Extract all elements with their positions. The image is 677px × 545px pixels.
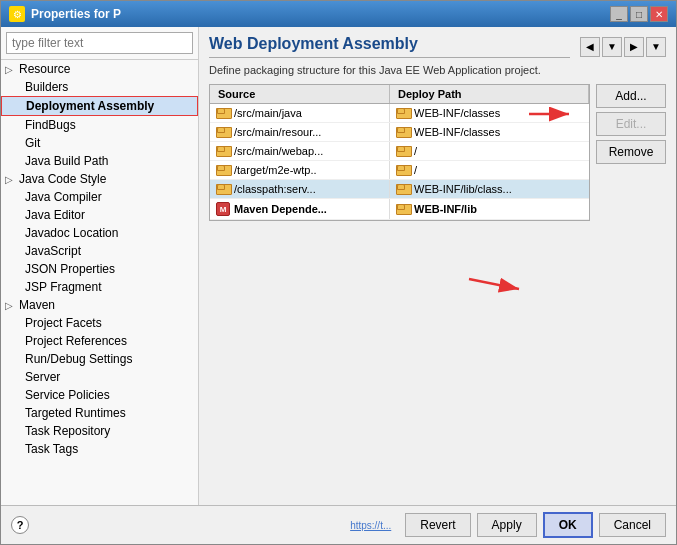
table-row[interactable]: /src/main/java WEB-INF/classes bbox=[210, 104, 589, 123]
sidebar: ▷ Resource Builders Deployment Assembly … bbox=[1, 27, 199, 505]
filter-input[interactable] bbox=[6, 32, 193, 54]
sidebar-item-deployment-assembly[interactable]: Deployment Assembly bbox=[1, 96, 198, 116]
ok-button[interactable]: OK bbox=[543, 512, 593, 538]
sidebar-item-label: Java Code Style bbox=[19, 172, 106, 186]
sidebar-item-java-code-style[interactable]: ▷ Java Code Style bbox=[1, 170, 198, 188]
folder-icon bbox=[396, 184, 410, 195]
expand-arrow: ▷ bbox=[5, 174, 13, 185]
folder-icon bbox=[396, 108, 410, 119]
table-row[interactable]: /src/main/webap... / bbox=[210, 142, 589, 161]
svg-line-2 bbox=[469, 279, 519, 289]
deploy-value: WEB-INF/lib/class... bbox=[414, 183, 512, 195]
bottom-bar: ? https://t... Revert Apply OK Cancel bbox=[1, 505, 676, 544]
sidebar-item-java-compiler[interactable]: Java Compiler bbox=[1, 188, 198, 206]
edit-button[interactable]: Edit... bbox=[596, 112, 666, 136]
panel-header: Web Deployment Assembly ◀ ▼ ▶ ▼ bbox=[209, 35, 666, 58]
properties-window: ⚙ Properties for P _ □ ✕ ▷ Resource Buil… bbox=[0, 0, 677, 545]
sidebar-item-javascript[interactable]: JavaScript bbox=[1, 242, 198, 260]
cell-source: /src/main/webap... bbox=[210, 142, 390, 160]
table-row[interactable]: /classpath:serv... WEB-INF/lib/class... bbox=[210, 180, 589, 199]
expand-arrow: ▷ bbox=[5, 300, 13, 311]
source-value: /target/m2e-wtp.. bbox=[234, 164, 317, 176]
table-row[interactable]: /src/main/resour... WEB-INF/classes bbox=[210, 123, 589, 142]
source-value: Maven Depende... bbox=[234, 203, 327, 215]
window-title: Properties for P bbox=[31, 7, 121, 21]
sidebar-item-label: Resource bbox=[19, 62, 70, 76]
url-hint: https://t... bbox=[350, 520, 391, 531]
tree-area: ▷ Resource Builders Deployment Assembly … bbox=[1, 60, 198, 505]
folder-icon bbox=[216, 127, 230, 138]
cell-deploy: / bbox=[390, 142, 589, 160]
panel-title: Web Deployment Assembly bbox=[209, 35, 570, 58]
deploy-value: / bbox=[414, 145, 417, 157]
sidebar-item-builders[interactable]: Builders bbox=[1, 78, 198, 96]
folder-icon bbox=[396, 165, 410, 176]
sidebar-item-javadoc-location[interactable]: Javadoc Location bbox=[1, 224, 198, 242]
source-value: /classpath:serv... bbox=[234, 183, 316, 195]
table-container: Source Deploy Path /src/main/java bbox=[209, 84, 590, 221]
cell-source: /src/main/java bbox=[210, 104, 390, 122]
source-value: /src/main/resour... bbox=[234, 126, 321, 138]
window-controls: _ □ ✕ bbox=[610, 6, 668, 22]
sidebar-item-run-debug[interactable]: Run/Debug Settings bbox=[1, 350, 198, 368]
col-deploy-header: Deploy Path bbox=[390, 85, 589, 103]
sidebar-item-git[interactable]: Git bbox=[1, 134, 198, 152]
deploy-value: WEB-INF/classes bbox=[414, 107, 500, 119]
side-buttons: Add... Edit... Remove bbox=[596, 84, 666, 497]
sidebar-item-label: JSON Properties bbox=[25, 262, 115, 276]
deploy-value: WEB-INF/lib bbox=[414, 203, 477, 215]
apply-button[interactable]: Apply bbox=[477, 513, 537, 537]
close-button[interactable]: ✕ bbox=[650, 6, 668, 22]
sidebar-item-project-references[interactable]: Project References bbox=[1, 332, 198, 350]
table-row[interactable]: /target/m2e-wtp.. / bbox=[210, 161, 589, 180]
sidebar-item-findbugs[interactable]: FindBugs bbox=[1, 116, 198, 134]
revert-button[interactable]: Revert bbox=[405, 513, 470, 537]
cell-deploy: WEB-INF/lib bbox=[390, 200, 589, 218]
folder-icon bbox=[396, 127, 410, 138]
sidebar-item-label: JSP Fragment bbox=[25, 280, 101, 294]
cell-source: /src/main/resour... bbox=[210, 123, 390, 141]
right-panel: Web Deployment Assembly ◀ ▼ ▶ ▼ Define p… bbox=[199, 27, 676, 505]
sidebar-item-jsp-fragment[interactable]: JSP Fragment bbox=[1, 278, 198, 296]
forward-button[interactable]: ▶ bbox=[624, 37, 644, 57]
main-content: ▷ Resource Builders Deployment Assembly … bbox=[1, 27, 676, 505]
folder-icon bbox=[216, 165, 230, 176]
dropdown-button[interactable]: ▼ bbox=[602, 37, 622, 57]
sidebar-item-label: Server bbox=[25, 370, 60, 384]
sidebar-item-java-build-path[interactable]: Java Build Path bbox=[1, 152, 198, 170]
sidebar-item-label: Targeted Runtimes bbox=[25, 406, 126, 420]
sidebar-item-label: Java Compiler bbox=[25, 190, 102, 204]
sidebar-item-project-facets[interactable]: Project Facets bbox=[1, 314, 198, 332]
source-value: /src/main/webap... bbox=[234, 145, 323, 157]
sidebar-item-label: FindBugs bbox=[25, 118, 76, 132]
minimize-button[interactable]: _ bbox=[610, 6, 628, 22]
add-button[interactable]: Add... bbox=[596, 84, 666, 108]
sidebar-item-resource[interactable]: ▷ Resource bbox=[1, 60, 198, 78]
sidebar-item-label: Git bbox=[25, 136, 40, 150]
sidebar-item-java-editor[interactable]: Java Editor bbox=[1, 206, 198, 224]
nav-buttons: ◀ ▼ ▶ ▼ bbox=[580, 37, 666, 57]
sidebar-item-service-policies[interactable]: Service Policies bbox=[1, 386, 198, 404]
sidebar-item-targeted-runtimes[interactable]: Targeted Runtimes bbox=[1, 404, 198, 422]
cell-source: /classpath:serv... bbox=[210, 180, 390, 198]
back-button[interactable]: ◀ bbox=[580, 37, 600, 57]
sidebar-item-json-properties[interactable]: JSON Properties bbox=[1, 260, 198, 278]
sidebar-item-label: Maven bbox=[19, 298, 55, 312]
sidebar-item-task-repository[interactable]: Task Repository bbox=[1, 422, 198, 440]
table-row[interactable]: M Maven Depende... WEB-INF/lib bbox=[210, 199, 589, 220]
cancel-button[interactable]: Cancel bbox=[599, 513, 666, 537]
folder-icon bbox=[216, 146, 230, 157]
sidebar-item-task-tags[interactable]: Task Tags bbox=[1, 440, 198, 458]
sidebar-item-server[interactable]: Server bbox=[1, 368, 198, 386]
help-button[interactable]: ? bbox=[11, 516, 29, 534]
dropdown2-button[interactable]: ▼ bbox=[646, 37, 666, 57]
sidebar-item-maven[interactable]: ▷ Maven bbox=[1, 296, 198, 314]
remove-button[interactable]: Remove bbox=[596, 140, 666, 164]
maximize-button[interactable]: □ bbox=[630, 6, 648, 22]
folder-icon bbox=[216, 184, 230, 195]
filter-box bbox=[1, 27, 198, 60]
sidebar-item-label: JavaScript bbox=[25, 244, 81, 258]
panel-description: Define packaging structure for this Java… bbox=[209, 64, 666, 76]
cell-deploy: / bbox=[390, 161, 589, 179]
maven-icon: M bbox=[216, 202, 230, 216]
